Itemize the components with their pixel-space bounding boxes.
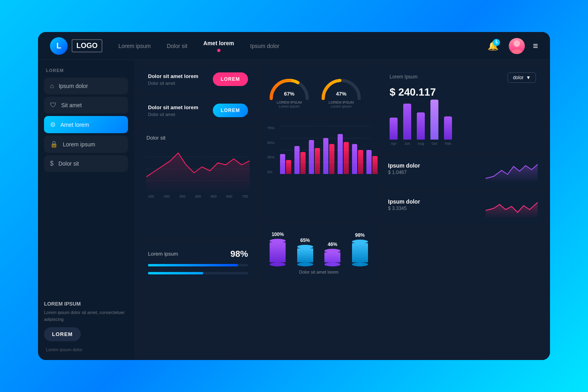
gauge-1: 67% LOREM IPSUM Lorem ipsum [267,72,311,108]
bar-group-3 [309,140,320,174]
sidebar-item-lorem-ipsum[interactable]: 🔒 Lorem ipsum [44,136,128,153]
sidebar-lorem-button[interactable]: LOREM [44,327,81,341]
bars-container [280,126,370,174]
sidebar-item-label: Ipsum dolor [59,83,88,89]
bar-group-6 [352,144,363,174]
bar [344,142,349,174]
right-bar-group-oct: Oct [430,100,438,146]
right-bar [430,100,438,140]
x-label-100: 100 [148,194,154,198]
sidebar-footer-text: Lorem ipsum dolor [44,347,128,352]
sidebar-items: ⌂ Ipsum dolor 🛡 Sit amet ⚙ Amet lorem 🔒 … [44,78,128,172]
bar [329,144,334,174]
action-card-2: Dolor sit amet lorem Dolor sit amet LORE… [140,97,256,124]
logo-circle: L [50,37,68,55]
nav-item-amet-lorem[interactable]: Amet lorem [203,40,234,52]
mini-chart-2-title: Ipsum dolor [388,198,420,205]
header-actions: 🔔 5 ≡ [485,38,538,54]
sidebar-section-label: LOREM [44,68,128,73]
x-label-400: 400 [195,194,201,198]
avatar[interactable] [509,38,525,54]
svg-point-0 [514,40,520,47]
action-card-2-subtitle: Dolor sit amet [148,112,198,117]
x-label-300: 300 [179,194,185,198]
x-label-200: 200 [164,194,170,198]
line-chart-svg [146,145,250,193]
dropdown-button[interactable]: dolor ▼ [508,72,536,83]
svg-point-1 [511,49,522,54]
nav-links: Lorem ipsum Dolor sit Amet lorem Ipsum d… [118,40,485,52]
nav-item-ipsum-dolor[interactable]: Ipsum dolor [250,43,279,49]
action-btn-1[interactable]: LOREM [213,72,248,86]
mini-chart-red: Ipsum dolor $ 3.3345 [382,193,544,224]
sidebar-item-dolor-sit[interactable]: $ Dolor sit [44,155,128,172]
right-bar [403,104,411,140]
bar [315,148,320,174]
cylinder-1: 100% [270,232,286,266]
gauge-2-sub-label: Lorem ipsum [331,104,352,108]
progress-card: Lorem ipsum 98% [140,242,256,281]
x-label-500: 500 [211,194,217,198]
column-middle: 67% LOREM IPSUM Lorem ipsum [261,66,377,281]
bar-group-4 [323,138,334,174]
cylinder-chart: 100% 65% [261,225,377,281]
column-left: Dolor sit amet lorem Dolor sit amet LORE… [140,66,256,281]
progress-bar-1 [148,264,248,266]
mini-chart-2-svg [486,198,538,218]
lock-icon: 🔒 [50,140,58,148]
sidebar-item-label: Amet lorem [60,122,89,128]
dollar-icon: $ [50,160,54,167]
sidebar-item-sit-amet[interactable]: 🛡 Sit amet [44,97,128,114]
main-layout: LOREM ⌂ Ipsum dolor 🛡 Sit amet ⚙ Amet lo… [38,60,550,360]
stat-label: Lorem Ipsum [390,74,418,80]
bar [338,134,343,174]
progress-fill-2 [148,272,203,274]
sidebar-item-label: Dolor sit [58,160,79,167]
chevron-down-icon: ▼ [526,75,531,80]
right-bar-group-feb: Feb [444,116,452,146]
y-axis: 75% 50% 25% 0% [267,126,274,174]
menu-icon[interactable]: ≡ [533,41,538,51]
sidebar-item-amet-lorem[interactable]: ⚙ Amet lorem [44,116,128,133]
bar-chart-mid: 75% 50% 25% 0% [261,120,377,220]
stat-value: $ 240.117 [390,86,536,98]
right-bar-group-apr: Apr [390,118,398,146]
cylinder-row: 100% 65% [267,232,370,266]
logo-area: L LOGO [50,37,102,55]
notification-badge: 5 [493,39,500,46]
avatar-inner [509,38,525,54]
notification-button[interactable]: 🔔 5 [485,38,501,54]
stat-card: Lorem Ipsum dolor ▼ $ 240.117 Apr [382,66,544,152]
x-axis-labels: 100 200 300 400 500 600 700 [146,194,250,198]
svg-text:47%: 47% [336,91,346,97]
progress-bar-2 [148,272,248,274]
app-container: L LOGO Lorem ipsum Dolor sit Amet lorem … [38,32,550,360]
gauge-1-svg: 67% [267,72,311,100]
nav-item-lorem-ipsum[interactable]: Lorem ipsum [118,43,151,49]
right-bar [417,112,425,140]
cylinder-2: 65% [297,238,313,266]
sidebar-item-ipsum-dolor[interactable]: ⌂ Ipsum dolor [44,78,128,94]
gauge-2-svg: 47% [319,72,363,100]
shield-icon: 🛡 [50,102,56,109]
action-card-1-title: Dolor sit amet lorem [148,73,198,79]
progress-title: Lorem ipsum [148,251,178,257]
line-chart-card: Dolor sit [140,128,256,238]
x-label-600: 600 [226,194,232,198]
right-bar-group-aug: Aug [417,112,425,146]
bar-group-5 [338,134,349,174]
nav-item-dolor-sit[interactable]: Dolor sit [167,43,187,49]
bar [352,144,357,174]
nav-active-dot [217,49,220,52]
logo-text: LOGO [72,39,102,52]
mini-chart-1-title: Ipsum dolor [388,162,420,169]
bar-chart-area: 75% 50% 25% 0% [267,126,370,182]
action-btn-2[interactable]: LOREM [213,104,248,117]
gauge-2-main-label: LOREM IPSUM [328,100,354,104]
right-bar-group-jun: Jun [403,104,411,146]
action-card-1: Dolor sit amet lorem Dolor sit amet LORE… [140,66,256,92]
gauge-2: 47% LOREM IPSUM Lorem ipsum [319,72,363,108]
sidebar-item-label: Sit amet [61,102,82,108]
column-right: Lorem Ipsum dolor ▼ $ 240.117 Apr [382,66,544,281]
bar [309,140,314,174]
